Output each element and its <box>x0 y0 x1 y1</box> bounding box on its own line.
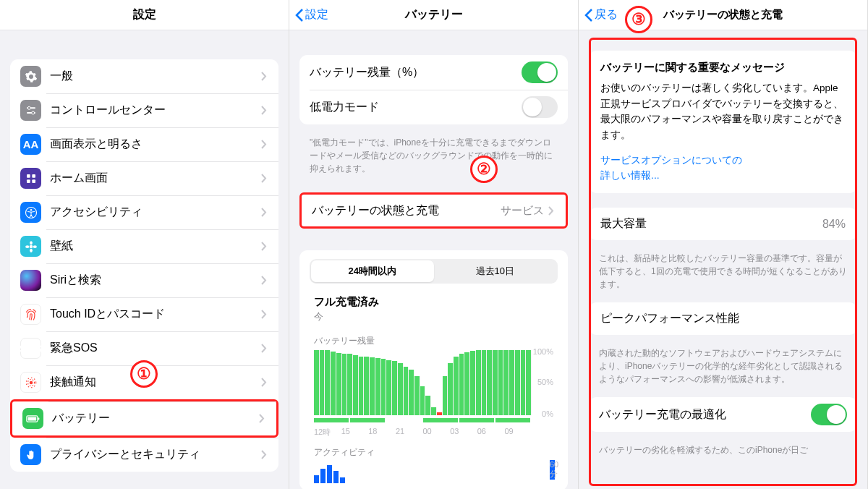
page-title: バッテリー <box>405 7 463 22</box>
chevron-right-icon <box>261 72 268 81</box>
chart-bar <box>454 357 459 415</box>
max-capacity-value: 84% <box>822 218 846 231</box>
settings-row-general[interactable]: 一般 <box>10 59 278 93</box>
settings-row-label: 画面表示と明るさ <box>50 137 261 152</box>
chart-bar <box>509 350 515 415</box>
chevron-right-icon <box>261 276 268 285</box>
chevron-right-icon <box>548 206 556 216</box>
chart-label-level: バッテリー残量 <box>299 331 568 350</box>
svg-rect-6 <box>27 179 30 183</box>
service-options-link[interactable]: サービスオプションについての 詳しい情報... <box>589 150 857 193</box>
low-power-toggle[interactable] <box>522 96 558 118</box>
last-charge-sub: 今 <box>299 309 568 331</box>
xaxis-tick: 00 <box>423 427 451 438</box>
svg-rect-20 <box>27 417 36 420</box>
battery-percentage-toggle[interactable] <box>522 61 558 83</box>
optimized-charging-row[interactable]: バッテリー充電の最適化 <box>589 397 857 432</box>
seg-10d[interactable]: 過去10日 <box>434 260 557 282</box>
chart-bar <box>364 357 370 415</box>
settings-row-home[interactable]: ホーム画面 <box>10 161 278 195</box>
chart-bar <box>476 350 482 415</box>
settings-row-control-center[interactable]: コントロールセンター <box>10 93 278 127</box>
nav-bar: 戻る バッテリーの状態と充電 <box>579 0 867 30</box>
chart-bar <box>336 353 342 415</box>
svg-rect-7 <box>32 179 35 183</box>
display-aa-icon: AA <box>20 134 41 155</box>
chart-xaxis: 12時15182100030609 <box>314 427 532 438</box>
battery-percentage-row[interactable]: バッテリー残量（%） <box>299 55 568 90</box>
row-label: バッテリーの状態と充電 <box>312 203 501 218</box>
svg-rect-4 <box>27 174 30 178</box>
chart-bar <box>448 363 454 415</box>
y-50: 50% <box>537 378 553 386</box>
message-title: バッテリーに関する重要なメッセージ <box>589 51 857 80</box>
time-segmented-control: 24時間以内 過去10日 <box>310 259 558 284</box>
settings-row-battery[interactable]: バッテリー <box>10 399 278 438</box>
charging-indicator-line <box>314 418 532 422</box>
chart-bar <box>398 363 404 415</box>
xaxis-tick: 15 <box>341 427 369 438</box>
accessibility-icon <box>20 202 41 223</box>
settings-row-wallpaper[interactable]: 壁紙 <box>10 229 278 263</box>
chart-bar <box>386 360 392 416</box>
svg-rect-5 <box>32 174 35 178</box>
max-capacity-label: 最大容量 <box>600 216 647 231</box>
chart-bar <box>381 359 387 415</box>
battery-level-chart: 100% 50% 0% <box>314 350 532 415</box>
max-capacity-note: これは、新品時と比較したバッテリー容量の基準です。容量が低下すると、1回の充電で… <box>579 247 867 297</box>
last-charge-title: フル充電済み <box>299 286 568 309</box>
settings-row-display[interactable]: AA 画面表示と明るさ <box>10 127 278 161</box>
settings-row-label: 壁紙 <box>50 239 261 254</box>
settings-row-touchid[interactable]: Touch IDとパスコード <box>10 297 278 331</box>
chart-bar <box>503 350 509 415</box>
chevron-right-icon <box>261 378 268 387</box>
seg-24h[interactable]: 24時間以内 <box>311 260 434 282</box>
xaxis-tick: 12時 <box>314 427 341 438</box>
y-60min: 60分 <box>550 460 555 480</box>
chart-bar <box>420 386 426 416</box>
chart-bar <box>459 354 465 416</box>
chart-bar <box>521 350 527 415</box>
flower-icon <box>20 236 41 257</box>
chart-bar <box>425 396 431 415</box>
hand-icon <box>20 444 41 465</box>
back-label: 戻る <box>595 7 618 22</box>
settings-row-label: 一般 <box>50 69 261 84</box>
optimized-charging-toggle[interactable] <box>811 404 847 425</box>
row-label: バッテリー充電の最適化 <box>599 407 811 422</box>
peak-performance-note: 内蔵された動的なソフトウェアおよびハードウェアシステムにより、iPhoneバッテ… <box>579 342 867 391</box>
important-message-card: バッテリーに関する重要なメッセージ お使いのバッテリーは著しく劣化しています。A… <box>589 51 857 193</box>
chart-bar <box>526 350 532 415</box>
chart-bar <box>515 350 521 415</box>
settings-row-label: バッテリー <box>52 411 259 426</box>
svg-point-2 <box>27 106 30 109</box>
chart-bar <box>331 352 336 415</box>
settings-row-siri[interactable]: Siriと検索 <box>10 263 278 297</box>
y-100: 100% <box>533 347 553 356</box>
settings-row-label: Siriと検索 <box>50 273 261 288</box>
peak-performance-row: ピークパフォーマンス性能 <box>589 302 857 335</box>
chart-bar <box>431 407 437 415</box>
chevron-right-icon <box>261 106 268 115</box>
activity-chart: 60分 <box>314 463 532 483</box>
settings-row-label: プライバシーとセキュリティ <box>50 447 261 462</box>
settings-row-privacy[interactable]: プライバシーとセキュリティ <box>10 438 278 472</box>
svg-point-13 <box>25 245 29 248</box>
svg-rect-19 <box>38 417 39 420</box>
svg-point-14 <box>33 245 36 248</box>
settings-row-accessibility[interactable]: アクセシビリティ <box>10 195 278 229</box>
siri-icon <box>20 270 41 291</box>
chart-bar <box>314 350 320 415</box>
chart-bar <box>498 350 504 415</box>
page-title: 設定 <box>133 7 156 22</box>
row-detail: サービス <box>501 204 544 218</box>
chart-bar <box>482 350 488 415</box>
chart-bar <box>325 350 331 415</box>
battery-health-row[interactable]: バッテリーの状態と充電 サービス <box>302 195 566 226</box>
back-button[interactable]: 設定 <box>295 7 328 22</box>
optimized-charging-note: バッテリーの劣化を軽減するため、このiPhoneが日ご <box>579 439 867 462</box>
chart-bar <box>370 357 375 415</box>
nav-bar: 設定 <box>0 0 289 30</box>
back-button[interactable]: 戻る <box>584 7 618 22</box>
low-power-row[interactable]: 低電力モード <box>299 90 568 124</box>
